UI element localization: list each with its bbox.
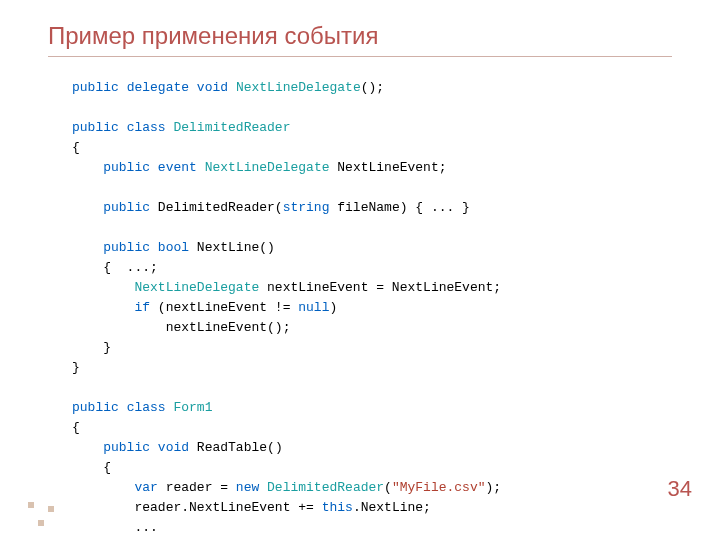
- deco-square: [48, 506, 54, 512]
- ctor-sig: DelimitedReader(: [150, 200, 283, 215]
- kw-class: class: [127, 120, 166, 135]
- type-delimitedreader: DelimitedReader: [173, 120, 290, 135]
- kw-event: event: [158, 160, 197, 175]
- ctor-rest: fileName) { ... }: [329, 200, 469, 215]
- dots: ...: [134, 520, 157, 535]
- slide-title: Пример применения события: [48, 22, 378, 50]
- kw-bool: bool: [158, 240, 189, 255]
- kw-null: null: [298, 300, 329, 315]
- title-underline: [48, 56, 672, 57]
- deco-square: [28, 502, 34, 508]
- type-form1: Form1: [173, 400, 212, 415]
- kw-string: string: [283, 200, 330, 215]
- brace-close: }: [103, 340, 111, 355]
- call-line: nextLineEvent();: [166, 320, 291, 335]
- readtable-sig: ReadTable(): [189, 440, 283, 455]
- event-decl: NextLineEvent;: [330, 160, 447, 175]
- kw-public: public: [72, 80, 119, 95]
- brace-close: }: [72, 360, 80, 375]
- kw-var: var: [134, 480, 157, 495]
- code-text: ();: [361, 80, 384, 95]
- brace-open: {: [103, 460, 111, 475]
- if-close: ): [329, 300, 337, 315]
- code-block: public delegate void NextLineDelegate();…: [72, 78, 501, 538]
- block-open: { ...;: [103, 260, 158, 275]
- type-nextlinedelegate: NextLineDelegate: [236, 80, 361, 95]
- kw-void: void: [197, 80, 228, 95]
- ctor-close: );: [486, 480, 502, 495]
- if-cond: (nextLineEvent !=: [150, 300, 298, 315]
- kw-new: new: [236, 480, 259, 495]
- deco-square: [38, 520, 44, 526]
- brace-open: {: [72, 420, 80, 435]
- kw-delegate: delegate: [127, 80, 189, 95]
- subscribe-end: .NextLine;: [353, 500, 431, 515]
- string-literal: "MyFile.csv": [392, 480, 486, 495]
- kw-if: if: [134, 300, 150, 315]
- ctor-open: (: [384, 480, 392, 495]
- subscribe-line: reader.NextLineEvent +=: [134, 500, 321, 515]
- page-number: 34: [668, 476, 692, 502]
- reader-eq: reader =: [158, 480, 236, 495]
- kw-this: this: [322, 500, 353, 515]
- nextline-sig: NextLine(): [189, 240, 275, 255]
- local-decl: nextLineEvent = NextLineEvent;: [259, 280, 501, 295]
- brace-open: {: [72, 140, 80, 155]
